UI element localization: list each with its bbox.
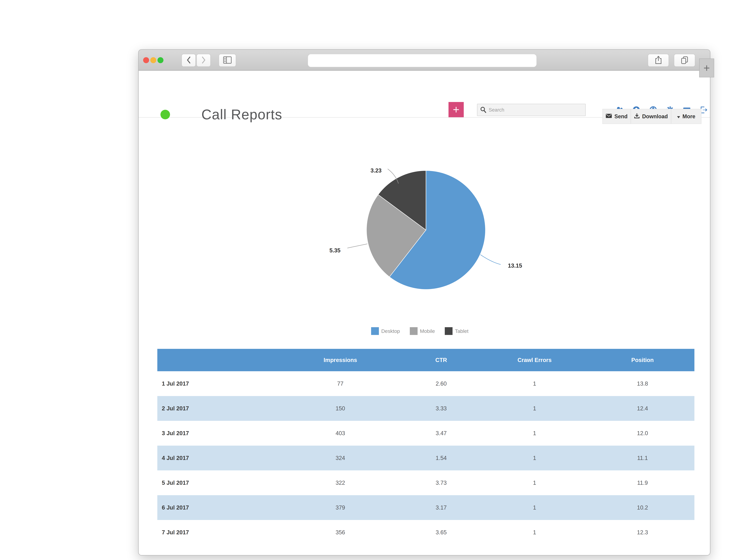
pie-slices [366, 170, 485, 289]
download-button[interactable]: Download [630, 109, 671, 124]
chevron-right-icon [201, 56, 207, 65]
browser-window: + [138, 49, 711, 556]
cell-position: 11.9 [591, 471, 694, 495]
caret-down-icon [677, 113, 680, 119]
cell-position: 10.2 [591, 495, 694, 520]
report-table: Impressions CTR Crawl Errors Position 1 … [157, 349, 694, 545]
search-input[interactable] [489, 107, 583, 113]
cell-ctr: 1.54 [404, 446, 479, 471]
pie-chart: 3.23 5.35 13.15 [314, 157, 538, 292]
table-row: 2 Jul 2017 150 3.33 1 12.4 [157, 396, 694, 421]
envelope-icon [606, 113, 612, 119]
share-icon [654, 55, 663, 65]
cell-impressions: 324 [277, 446, 404, 471]
back-button[interactable] [182, 54, 196, 67]
report-actions-group: Send Download More [602, 109, 701, 124]
cell-crawl-errors: 1 [479, 446, 591, 471]
cell-date: 2 Jul 2017 [157, 396, 277, 421]
table-row: 5 Jul 2017 322 3.73 1 11.9 [157, 471, 694, 495]
cell-impressions: 356 [277, 520, 404, 545]
cell-date: 1 Jul 2017 [157, 371, 277, 396]
legend-label-desktop: Desktop [381, 328, 400, 334]
legend-label-tablet: Tablet [455, 328, 468, 334]
cell-ctr: 3.47 [404, 421, 479, 446]
callout-value-mobile: 5.35 [329, 247, 340, 254]
cell-crawl-errors: 1 [479, 495, 591, 520]
cell-impressions: 322 [277, 471, 404, 495]
legend-item-mobile[interactable]: Mobile [410, 327, 435, 335]
cell-impressions: 403 [277, 421, 404, 446]
close-window-button[interactable] [143, 57, 149, 63]
col-header-crawl-errors: Crawl Errors [479, 349, 591, 371]
chart-legend: Desktop Mobile Tablet [371, 327, 468, 335]
browser-toolbar [139, 50, 710, 71]
sidebar-icon [223, 56, 232, 64]
sidebar-toggle-button[interactable] [219, 54, 236, 67]
zoom-window-button[interactable] [157, 57, 163, 63]
share-button[interactable] [648, 54, 669, 67]
cell-date: 6 Jul 2017 [157, 495, 277, 520]
search-box[interactable] [477, 104, 586, 116]
minimize-window-button[interactable] [150, 57, 156, 63]
legend-swatch-desktop [371, 327, 379, 335]
tab-overview-button[interactable] [674, 54, 695, 67]
col-header-ctr: CTR [404, 349, 479, 371]
cell-position: 13.8 [591, 371, 694, 396]
legend-label-mobile: Mobile [420, 328, 435, 334]
cell-date: 7 Jul 2017 [157, 520, 277, 545]
search-icon [480, 106, 487, 113]
callout-line-mobile [347, 244, 367, 248]
address-bar[interactable] [308, 54, 537, 67]
table-header-row: Impressions CTR Crawl Errors Position [157, 349, 694, 371]
cell-position: 12.3 [591, 520, 694, 545]
cell-ctr: 3.73 [404, 471, 479, 495]
more-button[interactable]: More [671, 109, 701, 124]
more-label: More [682, 113, 695, 119]
cell-ctr: 3.33 [404, 396, 479, 421]
new-tab-button[interactable]: + [699, 58, 714, 77]
cell-crawl-errors: 1 [479, 396, 591, 421]
cell-date: 3 Jul 2017 [157, 421, 277, 446]
cell-date: 4 Jul 2017 [157, 446, 277, 471]
cell-position: 11.1 [591, 446, 694, 471]
cell-ctr: 3.65 [404, 520, 479, 545]
col-header-date [157, 349, 277, 371]
legend-item-tablet[interactable]: Tablet [445, 327, 468, 335]
callout-value-desktop: 13.15 [508, 263, 522, 269]
cell-position: 12.4 [591, 396, 694, 421]
col-header-position: Position [591, 349, 694, 371]
cell-impressions: 77 [277, 371, 404, 396]
table-row: 7 Jul 2017 356 3.65 1 12.3 [157, 520, 694, 545]
cell-ctr: 3.17 [404, 495, 479, 520]
table-row: 4 Jul 2017 324 1.54 1 11.1 [157, 446, 694, 471]
send-label: Send [614, 113, 627, 119]
cell-crawl-errors: 1 [479, 471, 591, 495]
cell-crawl-errors: 1 [479, 520, 591, 545]
legend-swatch-tablet [445, 327, 453, 335]
chevron-left-icon [186, 56, 192, 65]
col-header-impressions: Impressions [277, 349, 404, 371]
cell-crawl-errors: 1 [479, 371, 591, 396]
table-row: 1 Jul 2017 77 2.60 1 13.8 [157, 371, 694, 396]
tabs-icon [680, 55, 689, 65]
legend-item-desktop[interactable]: Desktop [371, 327, 400, 335]
callout-value-tablet: 3.23 [370, 167, 382, 174]
cell-position: 12.0 [591, 421, 694, 446]
page-title: Call Reports [201, 106, 282, 123]
table-row: 3 Jul 2017 403 3.47 1 12.0 [157, 421, 694, 446]
callout-line-desktop [480, 255, 500, 264]
cell-impressions: 379 [277, 495, 404, 520]
cell-impressions: 150 [277, 396, 404, 421]
legend-swatch-mobile [410, 327, 418, 335]
status-dot [160, 110, 170, 119]
download-label: Download [642, 113, 668, 119]
add-new-button[interactable]: + [448, 102, 464, 117]
download-icon [634, 113, 640, 120]
cell-ctr: 2.60 [404, 371, 479, 396]
send-button[interactable]: Send [603, 109, 630, 124]
cell-crawl-errors: 1 [479, 421, 591, 446]
cell-date: 5 Jul 2017 [157, 471, 277, 495]
forward-button[interactable] [197, 54, 211, 67]
table-row: 6 Jul 2017 379 3.17 1 10.2 [157, 495, 694, 520]
